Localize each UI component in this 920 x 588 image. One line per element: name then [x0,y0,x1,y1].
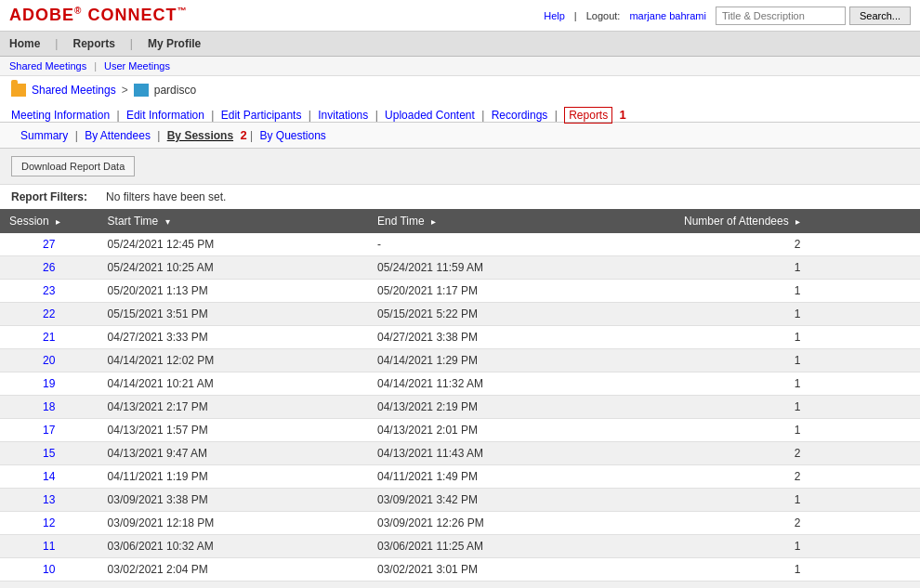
sort-start-icon: ▾ [165,216,170,227]
breadcrumb: Shared Meetings > pardisco [0,76,920,104]
table-row: 1103/06/2021 10:32 AM03/06/2021 11:25 AM… [0,535,920,558]
table-body: 2705/24/2021 12:45 PM-22605/24/2021 10:2… [0,233,920,588]
header-right: Help | Logout: marjane bahrami Search... [544,7,911,25]
col-header-attendees[interactable]: Number of Attendees ▸ [675,209,920,233]
breadcrumb-sep: > [122,84,128,97]
cell-start-time: 05/24/2021 10:25 AM [99,256,368,280]
session-link[interactable]: 19 [43,377,55,390]
rtab-summary[interactable]: Summary [20,129,68,142]
nav-profile[interactable]: My Profile [148,37,201,50]
cell-end-time: 04/13/2021 11:43 AM [368,442,675,465]
tab-edit-info[interactable]: Edit Information [126,109,204,122]
cell-start-time: 04/13/2021 9:47 AM [99,442,368,465]
nav-sep2: | [130,37,133,50]
session-link[interactable]: 21 [43,331,55,344]
username-link[interactable]: marjane bahrami [629,10,706,21]
action-bar: Download Report Data [0,149,920,185]
subnav-shared[interactable]: Shared Meetings [9,60,86,72]
nav-reports[interactable]: Reports [72,37,114,50]
logo-reg: ® [74,6,82,16]
reports-callout: 1 [620,108,626,122]
subnav-user[interactable]: User Meetings [104,60,170,72]
help-link[interactable]: Help [544,10,565,21]
cell-start-time: 05/24/2021 12:45 PM [99,233,368,256]
tab-reports[interactable]: Reports [564,107,612,124]
logout-text: Logout: [586,10,621,21]
mt-sep3: | [309,109,311,122]
cell-end-time: 05/24/2021 11:59 AM [368,256,675,280]
cell-attendees: 1 [675,419,920,442]
session-link[interactable]: 20 [43,354,55,367]
session-link[interactable]: 12 [43,516,55,529]
session-link[interactable]: 15 [43,447,55,460]
cell-attendees: 1 [675,581,920,589]
col-header-start[interactable]: Start Time ▾ [99,209,368,233]
cell-start-time: 04/14/2021 10:21 AM [99,372,368,396]
breadcrumb-meeting: pardisco [154,84,196,97]
filter-label: Report Filters: [11,190,87,203]
cell-end-time: 03/02/2021 3:01 PM [368,558,675,581]
tab-recordings[interactable]: Recordings [492,109,548,122]
cell-attendees: 2 [675,465,920,489]
table-row: 2104/27/2021 3:33 PM04/27/2021 3:38 PM1 [0,326,920,349]
nav-sep1: | [55,37,58,50]
tab-invitations[interactable]: Invitations [318,109,368,122]
sort-session-icon: ▸ [56,216,60,227]
filter-value: No filters have been set. [106,190,226,203]
session-link[interactable]: 22 [43,307,55,320]
table-row: 2205/15/2021 3:51 PM05/15/2021 5:22 PM1 [0,303,920,326]
cell-start-time: 03/09/2021 3:38 PM [99,489,368,512]
rt-sep2: | [157,129,160,142]
session-link[interactable]: 11 [43,540,55,553]
cell-attendees: 1 [675,326,920,349]
cell-attendees: 1 [675,372,920,396]
separator: | [574,10,577,21]
session-link[interactable]: 14 [43,470,55,483]
mt-sep6: | [555,109,558,122]
table-row: 1704/13/2021 1:57 PM04/13/2021 2:01 PM1 [0,419,920,442]
cell-start-time: 05/15/2021 3:51 PM [99,303,368,326]
session-link[interactable]: 17 [43,424,55,437]
nav-home[interactable]: Home [9,37,40,50]
tab-meeting-info[interactable]: Meeting Information [11,109,110,122]
rtab-by-questions[interactable]: By Questions [259,129,325,142]
session-link[interactable]: 10 [43,563,55,576]
cell-start-time: 04/14/2021 12:02 PM [99,349,368,372]
cell-start-time: 05/20/2021 1:13 PM [99,280,368,303]
sort-end-icon: ▸ [431,216,436,227]
cell-end-time: 04/27/2021 3:38 PM [368,326,675,349]
col-header-session[interactable]: Session ▸ [0,209,99,233]
search-input[interactable] [716,7,846,25]
cell-attendees: 1 [675,535,920,558]
session-link[interactable]: 13 [43,493,55,506]
cell-start-time: 03/02/2021 2:04 PM [99,558,368,581]
table-row: 1404/11/2021 1:19 PM04/11/2021 1:49 PM2 [0,465,920,489]
search-button[interactable]: Search... [849,7,911,25]
rt-sep1: | [75,129,78,142]
tab-uploaded-content[interactable]: Uploaded Content [385,109,475,122]
session-link[interactable]: 26 [43,261,55,274]
search-area: Search... [716,7,911,25]
cell-end-time: 03/09/2021 12:26 PM [368,512,675,535]
col-header-end[interactable]: End Time ▸ [368,209,675,233]
session-link[interactable]: 27 [43,238,55,251]
sessions-callout: 2 [240,128,246,142]
cell-end-time: 04/14/2021 1:29 PM [368,349,675,372]
meeting-icon [134,84,149,97]
cell-end-time: 05/15/2021 5:22 PM [368,303,675,326]
rtab-by-sessions[interactable]: By Sessions [167,129,233,142]
session-link[interactable]: 18 [43,400,55,413]
table-header-row: Session ▸ Start Time ▾ End Time ▸ Number… [0,209,920,233]
tab-edit-participants[interactable]: Edit Participants [221,109,302,122]
cell-attendees: 1 [675,256,920,280]
sessions-table: Session ▸ Start Time ▾ End Time ▸ Number… [0,209,920,588]
cell-end-time: 03/09/2021 3:42 PM [368,489,675,512]
session-link[interactable]: 23 [43,284,55,297]
breadcrumb-shared[interactable]: Shared Meetings [32,84,116,97]
cell-end-time: - [368,233,675,256]
rtab-by-attendees[interactable]: By Attendees [85,129,151,142]
download-report-button[interactable]: Download Report Data [11,156,135,176]
cell-attendees: 2 [675,233,920,256]
cell-attendees: 1 [675,349,920,372]
table-row: 1003/02/2021 2:04 PM03/02/2021 3:01 PM1 [0,558,920,581]
